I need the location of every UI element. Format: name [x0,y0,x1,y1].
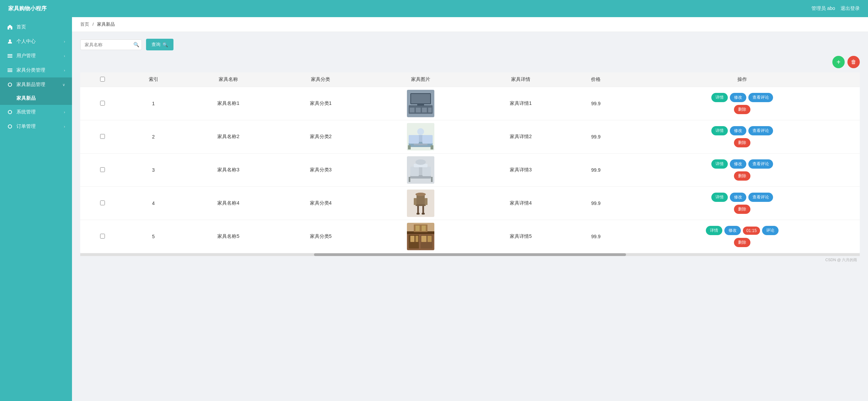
detail-button-5[interactable]: 详情 [706,226,722,235]
detail-button-3[interactable]: 详情 [711,159,728,169]
svg-point-7 [8,83,12,86]
cell-price-4: 99.9 [567,187,625,220]
svg-rect-24 [408,145,411,149]
delete-button-3[interactable]: 删除 [734,171,750,181]
sidebar-item-order-mgmt[interactable]: 订单管理 › [0,119,72,134]
circle2-icon [7,109,13,115]
data-table: 索引 家具名称 家具分类 家具图片 家具详情 价格 操作 [80,72,860,253]
svg-rect-27 [417,128,424,135]
svg-rect-42 [422,206,424,214]
product-image-5 [407,223,434,250]
cell-index-2: 2 [124,120,182,154]
horizontal-scrollbar[interactable] [80,253,860,256]
edit-button-5[interactable]: 修改 [724,226,741,235]
table-row: 4 家具名称4 家具分类4 [80,187,860,220]
svg-point-36 [415,159,426,165]
row-checkbox-3[interactable] [100,167,105,172]
cell-operation-4: 详情 修改 查看评论 删除 [625,187,860,220]
svg-rect-26 [414,144,427,145]
sidebar-item-category-mgmt[interactable]: 家具分类管理 › [0,63,72,77]
svg-rect-3 [8,57,12,58]
cell-price-2: 99.9 [567,120,625,154]
breadcrumb-home[interactable]: 首页 [80,22,89,27]
sidebar-item-system-mgmt[interactable]: 系统管理 › [0,105,72,119]
sidebar-label-new-product: 家具新品 [16,95,36,101]
th-name: 家具名称 [182,72,275,87]
sidebar-item-new-product-mgmt[interactable]: 家具新品管理 ∨ [0,77,72,92]
svg-rect-15 [410,108,414,112]
watermark: CSDN @ 六月的雨 [80,256,860,264]
timer-badge: 01:15 [743,227,760,235]
row-checkbox-4[interactable] [100,200,105,205]
sidebar-item-new-product[interactable]: 家具新品 [0,92,72,105]
cell-operation-5: 详情 修改 01:15 评论 删除 [625,220,860,253]
cell-category-5: 家具分类5 [275,220,367,253]
comment-button-2[interactable]: 查看评论 [748,126,773,135]
search-icon: 🔍 [133,42,139,47]
circle3-icon [7,123,13,130]
sidebar-label-user-mgmt: 用户管理 [16,53,36,59]
add-button[interactable]: + [832,56,845,68]
select-all-checkbox[interactable] [100,77,105,82]
scrollbar-thumb[interactable] [314,253,626,256]
delete-button-2[interactable]: 删除 [734,138,750,147]
svg-rect-51 [410,236,414,242]
svg-rect-22 [409,135,419,144]
chevron-right-icon3: › [64,68,65,72]
cell-detail-2: 家具详情2 [475,120,567,154]
svg-rect-45 [414,198,417,205]
sidebar-item-profile[interactable]: 个人中心 › [0,34,72,49]
breadcrumb-current: 家具新品 [97,22,115,27]
search-button[interactable]: 查询 🔍 [146,39,173,50]
edit-button-3[interactable]: 修改 [730,159,746,169]
cell-operation-2: 详情 修改 查看评论 删除 [625,120,860,154]
comment-button-5[interactable]: 评论 [762,226,779,235]
sidebar-label-new-product-mgmt: 家具新品管理 [16,82,45,88]
svg-rect-6 [8,71,12,72]
svg-rect-52 [415,236,418,242]
svg-point-0 [9,39,11,41]
cell-name-3: 家具名称3 [182,154,275,187]
cell-category-2: 家具分类2 [275,120,367,154]
chevron-right-icon2: › [64,54,65,58]
search-input-wrap: 🔍 [80,39,142,50]
comment-button-4[interactable]: 查看评论 [748,193,773,202]
cell-detail-1: 家具详情1 [475,87,567,120]
main-content: 首页 / 家具新品 🔍 查询 🔍 + 🗑 [72,17,868,401]
edit-button-2[interactable]: 修改 [730,126,746,135]
product-image-3 [407,156,434,184]
app-header: 家具购物小程序 管理员 abo 退出登录 [0,0,868,17]
detail-button-1[interactable]: 详情 [711,93,728,102]
detail-button-2[interactable]: 详情 [711,126,728,135]
sidebar-item-user-mgmt[interactable]: 用户管理 › [0,49,72,63]
cell-name-2: 家具名称2 [182,120,275,154]
delete-all-button[interactable]: 🗑 [847,56,860,68]
row-checkbox-2[interactable] [100,134,105,139]
cell-image-5 [367,220,475,253]
comment-button-3[interactable]: 查看评论 [748,159,773,169]
row-checkbox-1[interactable] [100,101,105,106]
breadcrumb-separator: / [93,22,94,27]
list-icon [7,53,13,59]
cell-operation-3: 详情 修改 查看评论 删除 [625,154,860,187]
delete-button-4[interactable]: 删除 [734,205,750,214]
edit-button-4[interactable]: 修改 [730,193,746,202]
sidebar-item-home[interactable]: 首页 [0,20,72,34]
row-checkbox-5[interactable] [100,234,105,239]
comment-button-1[interactable]: 查看评论 [748,93,773,102]
edit-button-1[interactable]: 修改 [730,93,746,102]
delete-button-1[interactable]: 删除 [734,105,750,114]
sidebar-label-profile: 个人中心 [16,38,36,45]
search-input[interactable] [80,39,142,50]
th-price: 价格 [567,72,625,87]
svg-rect-31 [410,167,419,176]
chevron-right-icon4: › [64,110,65,114]
svg-rect-44 [422,213,425,215]
delete-button-5[interactable]: 删除 [734,238,750,247]
cell-category-3: 家具分类3 [275,154,367,187]
logout-link[interactable]: 退出登录 [841,5,860,12]
svg-rect-17 [422,108,427,112]
table-row: 2 家具名称2 家具分类2 [80,120,860,154]
detail-button-4[interactable]: 详情 [711,193,728,202]
user-icon [7,38,13,45]
